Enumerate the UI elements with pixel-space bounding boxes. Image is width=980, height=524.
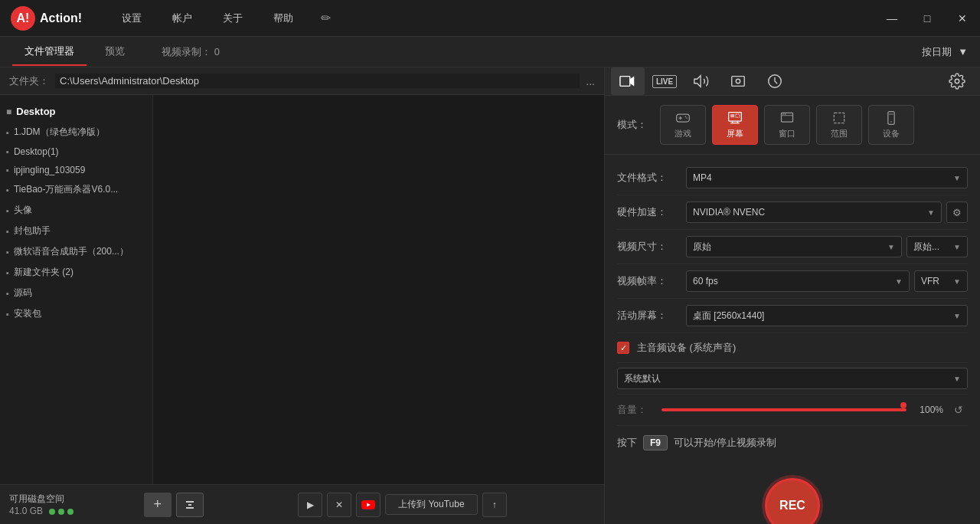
window-icon [779, 110, 795, 126]
hardware-accel-dropdown[interactable]: NVIDIA® NVENC ▼ [686, 201, 942, 223]
video-size-row: 视频尺寸： 原始 ▼ 原始... ▼ [617, 230, 968, 264]
disk-dot-3 [67, 509, 74, 515]
tree-item-0[interactable]: ▪ 1.JDM（绿色纯净版） [0, 122, 152, 142]
audio-device-row: 系统默认 ▼ [617, 363, 968, 395]
folder-icon-3: ▪ [6, 185, 9, 195]
rec-button[interactable]: REC [765, 478, 820, 524]
rt-audio-button[interactable] [684, 67, 718, 95]
rec-area: REC [605, 466, 980, 524]
video-icon [619, 73, 636, 90]
audio-checkbox[interactable] [617, 342, 629, 354]
video-size-label: 视频尺寸： [617, 240, 686, 254]
hw-accel-arrow-icon: ▼ [927, 208, 935, 217]
youtube-icon-button[interactable] [356, 493, 381, 517]
device-icon [884, 110, 899, 126]
left-panel: 文件夹： ... ■ Desktop ▪ 1.JDM（绿色纯净版） ▪ Desk… [0, 67, 605, 524]
app-title: Action! [40, 11, 82, 25]
shortcut-row: 按下 F9 可以开始/停止视频录制 [617, 426, 968, 460]
folder-icon-6: ▪ [6, 247, 9, 257]
tree-item-1[interactable]: ▪ Desktop(1) [0, 142, 152, 161]
play-button[interactable]: ▶ [298, 493, 322, 517]
tree-item-3[interactable]: ▪ TieBao-万能画杀器V6.0... [0, 179, 152, 200]
filepath-input[interactable] [55, 74, 580, 88]
filepath-more-button[interactable]: ... [586, 75, 595, 87]
tree-item-8[interactable]: ▪ 源码 [0, 283, 152, 303]
tree-item-2[interactable]: ▪ ipjingling_103059 [0, 161, 152, 179]
sort-control[interactable]: 按日期 ▼ [922, 45, 968, 59]
menu-account[interactable]: 帐户 [157, 5, 207, 31]
rt-screenshot-button[interactable] [721, 67, 755, 95]
tree-item-4[interactable]: ▪ 头像 [0, 200, 152, 221]
svg-point-16 [890, 121, 892, 123]
left-bottom: 可用磁盘空间 41.0 GB + [0, 484, 604, 524]
rt-video-button[interactable] [611, 67, 645, 95]
folder-icon-2: ▪ [6, 165, 9, 175]
video-fps-secondary-dropdown[interactable]: VFR ▼ [914, 270, 968, 292]
folder-icon-5: ▪ [6, 227, 9, 236]
volume-slider[interactable] [662, 408, 906, 411]
svg-point-7 [686, 117, 688, 119]
volume-row: 音量： 100% ↺ [617, 395, 968, 426]
menu-about[interactable]: 关于 [207, 5, 258, 31]
disk-info: 可用磁盘空间 41.0 GB [9, 493, 138, 516]
mode-window-button[interactable]: 窗口 [764, 105, 810, 145]
tree-item-6[interactable]: ▪ 微软语音合成助手（200...） [0, 241, 152, 262]
tree-item-5[interactable]: ▪ 封包助手 [0, 221, 152, 241]
playback-controls: ▶ ✕ 上传到 YouTube ↑ [210, 493, 595, 517]
minimize-button[interactable]: — [874, 0, 910, 37]
mode-region-button[interactable]: 范围 [816, 105, 862, 145]
folder-icon-7: ▪ [6, 268, 9, 277]
hardware-accel-row: 硬件加速： NVIDIA® NVENC ▼ ⚙ [617, 195, 968, 230]
settings-gear-icon [949, 73, 965, 90]
file-format-row: 文件格式： MP4 ▼ [617, 161, 968, 195]
video-count-label: 视频录制： 0 [162, 45, 220, 59]
export-button[interactable] [176, 493, 204, 517]
mode-label: 模式： [617, 118, 648, 132]
right-toolbar: LIVE [605, 67, 980, 96]
video-size-control: 原始 ▼ 原始... ▼ [686, 236, 968, 257]
folder-icon-0: ▪ [6, 128, 9, 137]
menu-help[interactable]: 帮助 [258, 5, 309, 31]
close-button[interactable]: ✕ [945, 0, 980, 37]
screen-icon [727, 110, 743, 126]
tab-preview[interactable]: 预览 [93, 38, 137, 66]
screen-arrow-icon: ▼ [953, 312, 961, 320]
sidebar-tree: ■ Desktop ▪ 1.JDM（绿色纯净版） ▪ Desktop(1) ▪ … [0, 95, 153, 484]
video-size-secondary-dropdown[interactable]: 原始... ▼ [906, 236, 968, 257]
active-screen-control: 桌面 [2560x1440] ▼ [686, 305, 968, 326]
right-panel: LIVE [605, 67, 980, 524]
tab-file-manager[interactable]: 文件管理器 [12, 38, 87, 66]
file-format-dropdown[interactable]: MP4 ▼ [686, 167, 968, 188]
mode-game-button[interactable]: 游戏 [660, 105, 706, 145]
active-screen-dropdown[interactable]: 桌面 [2560x1440] ▼ [686, 305, 968, 326]
tree-root-desktop[interactable]: ■ Desktop [0, 101, 152, 122]
tree-item-7[interactable]: ▪ 新建文件夹 (2) [0, 262, 152, 283]
gamepad-icon [675, 110, 691, 126]
rt-benchmark-button[interactable] [758, 67, 792, 95]
mode-screen-button[interactable]: 屏幕 [712, 105, 758, 145]
disk-size: 41.0 GB [9, 506, 43, 516]
mode-device-button[interactable]: 设备 [868, 105, 914, 145]
rt-live-button[interactable]: LIVE [648, 67, 681, 95]
export-icon [184, 499, 196, 511]
rt-settings-button[interactable] [940, 67, 974, 95]
maximize-button[interactable]: □ [910, 0, 945, 37]
live-badge: LIVE [652, 75, 677, 88]
upload-youtube-button[interactable]: 上传到 YouTube [385, 494, 478, 515]
video-fps-dropdown[interactable]: 60 fps ▼ [686, 270, 910, 292]
volume-reset-button[interactable]: ↺ [949, 401, 968, 419]
add-file-button[interactable]: + [144, 493, 172, 517]
hardware-accel-gear-button[interactable]: ⚙ [946, 201, 968, 223]
upload-button[interactable]: ↑ [482, 493, 507, 517]
logo-circle: A! [11, 6, 35, 31]
screenshot-icon [730, 73, 746, 90]
video-size-dropdown[interactable]: 原始 ▼ [686, 236, 902, 257]
fps-arrow-icon: ▼ [895, 277, 903, 286]
stop-button[interactable]: ✕ [327, 493, 351, 517]
main-menu: 设置 帐户 关于 帮助 ✏ [106, 5, 874, 31]
benchmark-icon [766, 73, 783, 90]
audio-device-dropdown[interactable]: 系统默认 ▼ [617, 368, 968, 389]
tree-item-9[interactable]: ▪ 安装包 [0, 303, 152, 324]
pin-icon[interactable]: ✏ [309, 5, 343, 31]
menu-settings[interactable]: 设置 [106, 5, 157, 31]
